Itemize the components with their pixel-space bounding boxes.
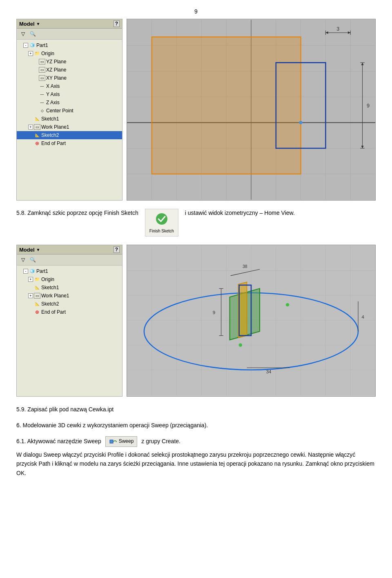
tree-item-sketch2-2[interactable]: 📐 Sketch2: [17, 300, 122, 308]
tree-item-sketch2-1[interactable]: 📐 Sketch2: [17, 131, 122, 139]
model-title-2: Model: [19, 247, 35, 253]
svg-text:9: 9: [213, 310, 215, 315]
expand-workplane1-2[interactable]: +: [28, 293, 33, 298]
tree-item-sketch1-2[interactable]: 📐 Sketch1: [17, 283, 122, 292]
filter-icon-1[interactable]: ▽: [19, 30, 27, 38]
endpart-icon-2: ⊗: [34, 309, 40, 315]
text-61-mid: z grupy Create.: [141, 438, 180, 444]
endpart-icon-1: ⊗: [34, 141, 40, 146]
finish-sketch-text-before: 5.8. Zamknąć szkic poprzez opcję Finish …: [16, 209, 138, 217]
page-container: 9 Model ▼ ? ▽ 🔍 - 🧊 Part1: [0, 0, 392, 500]
tree-label-workplane1-2: Work Plane1: [41, 292, 69, 299]
svg-text:38: 38: [243, 264, 247, 269]
tree-label-zaxis-1: Z Axis: [46, 99, 60, 106]
model-tree-2: - 🧊 Part1 + 📁 Origin 📐 Sketch1: [17, 266, 122, 318]
model-panel-toolbar-1: ▽ 🔍: [17, 29, 122, 40]
plane-icon-xz-1: ▭: [39, 67, 45, 73]
svg-point-54: [239, 344, 242, 347]
svg-point-20: [299, 121, 302, 124]
axis-icon-z-1: —: [39, 100, 45, 105]
sketch-icon-s2-2: 📐: [34, 301, 40, 307]
tree-item-xaxis-1[interactable]: — X Axis: [17, 82, 122, 90]
tree-item-yzplane-1[interactable]: ▭ YZ Plane: [17, 58, 122, 66]
tree-item-yaxis-1[interactable]: — Y Axis: [17, 90, 122, 98]
text-6: 6. Modelowanie 3D cewki z wykorzystaniem…: [16, 421, 376, 430]
tree-label-part1-1: Part1: [36, 42, 48, 49]
sketch-svg-top: 3 9: [127, 19, 375, 200]
svg-point-53: [286, 303, 289, 306]
model-help-btn-1[interactable]: ?: [114, 20, 120, 27]
tree-label-part1-2: Part1: [36, 268, 48, 275]
point-icon-1: ◇: [39, 108, 45, 114]
model-panel-header-left: Model ▼: [19, 21, 40, 27]
finish-sketch-icon: Finish Sketch: [145, 209, 178, 237]
finish-sketch-section: 5.8. Zamknąć szkic poprzez opcję Finish …: [16, 209, 376, 237]
tree-label-xyplane-1: XY Plane: [46, 74, 67, 82]
axis-icon-x-1: —: [39, 83, 45, 89]
model-dropdown-arrow-1[interactable]: ▼: [36, 22, 40, 26]
section-61: 6.1. Aktywować narzędzie Sweep Sweep z g…: [16, 436, 376, 478]
sketch-icon-s1-2: 📐: [34, 285, 40, 290]
tree-label-sketch1-1: Sketch1: [41, 115, 59, 123]
svg-text:34: 34: [266, 369, 272, 374]
plane-icon-xy-1: ▭: [39, 75, 45, 81]
expand-part1-1[interactable]: -: [23, 43, 28, 48]
tree-item-zaxis-1[interactable]: — Z Axis: [17, 98, 122, 107]
plane-icon-yz-1: ▭: [39, 59, 45, 65]
text-59: 5.9. Zapisać plik pod nazwą Cewka.ipt: [16, 405, 376, 414]
svg-rect-65: [110, 440, 113, 443]
tree-label-endofpart-1: End of Part: [41, 140, 66, 147]
sweep-button-label: Sweep: [119, 437, 134, 445]
folder-icon-1: 📁: [34, 51, 40, 56]
tree-label-sketch2-2: Sketch2: [41, 300, 59, 308]
section-mid: Model ▼ ? ▽ 🔍 - 🧊 Part1 + 📁: [16, 245, 376, 397]
tree-item-part1-1[interactable]: - 🧊 Part1: [17, 41, 122, 49]
workplane-icon-2: ▭: [34, 293, 40, 299]
model-panel-header-1: Model ▼ ?: [17, 19, 122, 29]
tree-item-sketch1-1[interactable]: 📐 Sketch1: [17, 115, 122, 123]
tree-label-yzplane-1: YZ Plane: [46, 58, 66, 65]
search-icon-1[interactable]: 🔍: [29, 30, 36, 38]
tree-item-endofpart-2[interactable]: ⊗ End of Part: [17, 308, 122, 316]
expand-origin-1[interactable]: +: [28, 51, 33, 56]
tree-label-endofpart-2: End of Part: [41, 308, 66, 316]
tree-item-origin-1[interactable]: + 📁 Origin: [17, 49, 122, 58]
tree-item-endofpart-1[interactable]: ⊗ End of Part: [17, 139, 122, 147]
sketch-icon-s2-1: 📐: [34, 132, 40, 138]
model-panel-header-2: Model ▼ ?: [17, 245, 122, 254]
finish-sketch-icon-label: Finish Sketch: [149, 229, 174, 234]
tree-item-xzplane-1[interactable]: ▭ XZ Plane: [17, 66, 122, 74]
tree-item-origin-2[interactable]: + 📁 Origin: [17, 275, 122, 283]
isometric-view: 38 9 4 34: [127, 245, 376, 397]
model-title-1: Model: [19, 21, 35, 27]
text-61-start: 6.1. Aktywować narzędzie Sweep: [16, 438, 101, 444]
filter-icon-2[interactable]: ▽: [19, 256, 27, 263]
section-6: 6. Modelowanie 3D cewki z wykorzystaniem…: [16, 421, 376, 430]
tree-item-part1-2[interactable]: - 🧊 Part1: [17, 267, 122, 275]
tree-label-xaxis-1: X Axis: [46, 83, 60, 90]
tree-label-xzplane-1: XZ Plane: [46, 66, 66, 74]
svg-point-33: [156, 213, 167, 225]
expand-workplane1-1[interactable]: +: [28, 125, 33, 129]
part-icon-1: 🧊: [29, 42, 36, 48]
svg-text:9: 9: [367, 103, 370, 109]
search-icon-2[interactable]: 🔍: [29, 256, 36, 263]
model-panel-1: Model ▼ ? ▽ 🔍 - 🧊 Part1 + 📁: [16, 19, 122, 201]
tree-item-workplane1-2[interactable]: + ▭ Work Plane1: [17, 292, 122, 300]
model-help-btn-2[interactable]: ?: [114, 246, 120, 253]
model-panel-2: Model ▼ ? ▽ 🔍 - 🧊 Part1 + 📁: [16, 245, 122, 397]
sweep-button-inline[interactable]: Sweep: [105, 436, 138, 447]
tree-label-sketch2-1: Sketch2: [41, 132, 59, 139]
expand-origin-2[interactable]: +: [28, 277, 33, 282]
model-dropdown-arrow-2[interactable]: ▼: [36, 248, 40, 252]
tree-item-workplane1-1[interactable]: + ▭ Work Plane1: [17, 123, 122, 131]
tree-item-centerpoint-1[interactable]: ◇ Center Point: [17, 107, 122, 115]
model-panel-toolbar-2: ▽ 🔍: [17, 254, 122, 266]
tree-label-centerpoint-1: Center Point: [46, 107, 74, 114]
expand-part1-2[interactable]: -: [23, 269, 28, 274]
tree-label-workplane1-1: Work Plane1: [41, 123, 69, 131]
part-icon-2: 🧊: [29, 268, 36, 274]
tree-item-xyplane-1[interactable]: ▭ XY Plane: [17, 74, 122, 82]
model-panel-header-left-2: Model ▼: [19, 247, 40, 253]
text-61: 6.1. Aktywować narzędzie Sweep Sweep z g…: [16, 436, 376, 447]
